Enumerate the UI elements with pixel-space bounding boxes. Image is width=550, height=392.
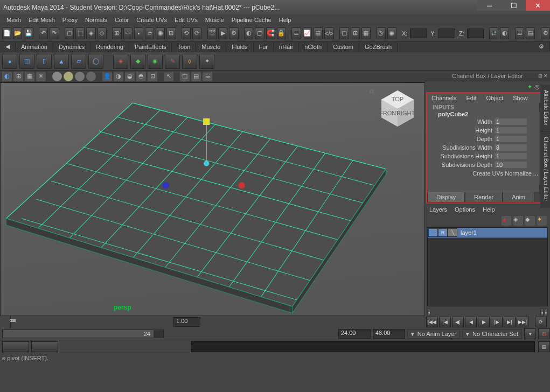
shelf-tab-rendering[interactable]: Rendering (90, 43, 129, 51)
side-tab-attribute-editor[interactable]: Attribute Editor (540, 85, 550, 131)
snap-live-icon[interactable]: ⊡ (166, 27, 176, 39)
shelf-tab-gear-icon[interactable]: ⚙ (533, 42, 550, 51)
shelf-tab-dynamics[interactable]: Dynamics (53, 43, 90, 51)
cb-tab-render[interactable]: Render (465, 192, 503, 202)
symmetry-icon[interactable]: ⇄ (489, 27, 498, 39)
menu-set-icon[interactable]: ☰ (515, 27, 524, 39)
manipulator-x-handle[interactable] (239, 182, 245, 188)
layer-row[interactable]: R ╲ layer1 (428, 228, 547, 237)
shelf-combine-icon[interactable]: ◈ (113, 54, 128, 69)
history-icon[interactable]: ⟲ (182, 27, 191, 39)
vp-d3-icon[interactable] (75, 72, 85, 81)
soft-select-icon[interactable]: ◐ (500, 27, 509, 39)
manipulator-y-handle[interactable] (203, 118, 210, 125)
step-back-button[interactable]: ◀| (452, 317, 464, 327)
snap-point-icon[interactable]: • (134, 27, 143, 39)
viewport[interactable]: ⌂ TOP FRONT RIGHT persp (0, 82, 425, 316)
cb-menu-show[interactable]: Show (513, 95, 528, 101)
menu-muscle[interactable]: Muscle (205, 17, 224, 23)
move-layer-down-icon[interactable]: ◈ (513, 216, 523, 226)
shelf-tab-gozbrush[interactable]: GoZBrush (359, 43, 398, 51)
cb-create-uvs[interactable]: Create UVs Normalize ... (427, 170, 548, 177)
range-slider[interactable]: 24 (2, 330, 164, 338)
ipr-render-icon[interactable]: ▶ (218, 27, 227, 39)
snap-grid-icon[interactable]: ⊞ (112, 27, 121, 39)
select-object-icon[interactable]: ◈ (86, 27, 95, 39)
shelf-tab-fur[interactable]: Fur (254, 43, 274, 51)
menu-edit-mesh[interactable]: Edit Mesh (29, 17, 55, 23)
shelf-poly-torus-icon[interactable]: ◯ (88, 54, 103, 69)
menu-toggle-icon[interactable]: ▤ (526, 27, 535, 39)
cb-tab-display[interactable]: Display (427, 192, 465, 202)
panel-close-icon[interactable]: ✕ (544, 73, 548, 79)
viewport-home-icon[interactable]: ⌂ (370, 86, 374, 95)
cb-attr-value[interactable]: 10 (495, 162, 527, 168)
range-total-field[interactable]: 48.00 (373, 329, 405, 339)
move-layer-up-icon[interactable]: ▲ (502, 216, 511, 226)
menu-pipeline-cache[interactable]: Pipeline Cache (232, 17, 271, 23)
layer-visibility-toggle[interactable] (428, 228, 438, 237)
axis-world-icon[interactable]: ◎ (534, 83, 540, 90)
vp-cube-icon[interactable]: ◫ (180, 72, 190, 81)
time-slider[interactable]: 9 10 11 12 13 14 15 16 17 18 19 20 21 22… (10, 316, 11, 328)
layers-menu-options[interactable]: Options (455, 206, 475, 213)
shelf-tab-animation[interactable]: Animation (16, 43, 53, 51)
autokey-button[interactable]: ▾ (524, 328, 536, 339)
scroll-right2-icon[interactable]: ▸ (545, 309, 548, 316)
panel-expand-icon[interactable]: ⊞ (538, 73, 542, 79)
shelf-poly-sphere-icon[interactable]: ● (2, 54, 17, 69)
shelf-tab-nhair[interactable]: nHair (274, 43, 299, 51)
vp-d4-icon[interactable] (86, 72, 96, 81)
open-scene-icon[interactable]: 📂 (13, 27, 22, 39)
graph-editor-icon[interactable]: 📈 (303, 27, 312, 39)
vp-share-icon[interactable]: ⫘ (203, 72, 212, 81)
vp-res-icon[interactable]: ◒ (125, 72, 135, 81)
vp-cam-icon[interactable]: 👤 (102, 72, 112, 81)
select-hierarchy-icon[interactable]: ⬚ (75, 27, 85, 39)
shelf-tab-prev[interactable]: ◀ (0, 42, 16, 51)
range-end-field[interactable]: 24.00 (338, 329, 371, 339)
shelf-poly-cone-icon[interactable]: ▲ (54, 54, 69, 69)
light-icon[interactable]: 🧲 (266, 27, 275, 39)
cb-attr-value[interactable]: 1 (495, 127, 527, 134)
cb-node-name[interactable]: polyCube2 (427, 111, 548, 117)
layer-color-swatch[interactable]: ╲ (448, 228, 457, 237)
viewcube[interactable]: TOP FRONT RIGHT (376, 86, 419, 129)
menu-create-uvs[interactable]: Create UVs (136, 17, 167, 23)
history-off-icon[interactable]: ⟳ (192, 27, 201, 39)
misc-tool2-icon[interactable]: ◉ (387, 27, 396, 39)
layout-custom-icon[interactable]: ▦ (361, 27, 371, 39)
shelf-tab-fluids[interactable]: Fluids (226, 43, 253, 51)
layout-single-icon[interactable]: ▢ (339, 27, 349, 39)
vp-select-icon[interactable]: ↖ (164, 72, 173, 81)
dope-sheet-icon[interactable]: ▤ (314, 27, 323, 39)
prefs-button[interactable]: ⊞ (538, 328, 550, 339)
cb-attr-value[interactable]: 1 (495, 153, 527, 159)
range-slider-thumb[interactable]: 24 (3, 330, 154, 338)
step-forward-button[interactable]: |▶ (491, 317, 503, 327)
cb-attr-value[interactable]: 1 (495, 118, 527, 125)
vp-iso-icon[interactable] (52, 72, 62, 81)
menu-normals[interactable]: Normals (85, 17, 107, 23)
gear-icon[interactable]: ⚙ (541, 27, 550, 39)
coord-x-field[interactable] (410, 29, 427, 38)
play-back-button[interactable]: ◀ (465, 317, 477, 327)
misc-tool-icon[interactable]: ◎ (377, 27, 386, 39)
hypershade-icon[interactable]: ◐ (244, 27, 253, 39)
cb-menu-edit[interactable]: Edit (466, 95, 476, 101)
layout-four-icon[interactable]: ⊞ (351, 27, 360, 39)
layers-menu-layers[interactable]: Layers (429, 206, 447, 213)
script-editor-button[interactable]: ▤ (538, 341, 550, 352)
new-layer-icon[interactable]: ◆ (525, 216, 535, 226)
minimize-button[interactable]: ─ (477, 0, 502, 11)
shelf-tab-muscle[interactable]: Muscle (196, 43, 226, 51)
select-by-name-icon[interactable]: ▢ (65, 27, 74, 39)
outliner-icon[interactable]: ☰ (291, 27, 301, 39)
vp-safe-icon[interactable]: ◓ (136, 72, 146, 81)
vp-panel-icon[interactable]: ▤ (191, 72, 201, 81)
shelf-axis-icon[interactable]: ✦ (199, 54, 214, 69)
shelf-tab-toon[interactable]: Toon (172, 43, 196, 51)
maximize-button[interactable]: ☐ (502, 0, 526, 11)
snap-curve-icon[interactable]: 〰 (123, 27, 133, 39)
scroll-left-icon[interactable]: ◂ (427, 309, 430, 316)
